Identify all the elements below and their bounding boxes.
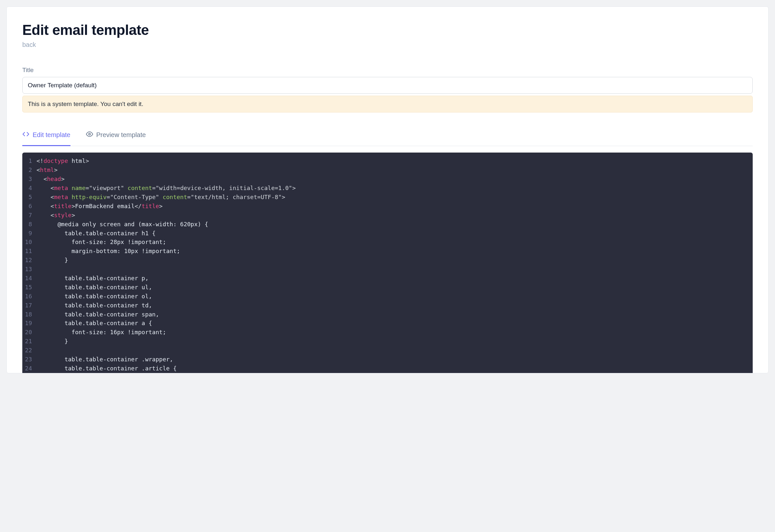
line-number: 13: [22, 265, 37, 274]
title-input[interactable]: [22, 77, 753, 94]
code-line: 1<!doctype html>: [22, 156, 753, 165]
code-line: 11 margin-bottom: 10px !important;: [22, 246, 753, 255]
code-line: 9 table.table-container h1 {: [22, 229, 753, 238]
line-number: 8: [22, 220, 37, 229]
code-line: 4 <meta name="viewport" content="width=d…: [22, 183, 753, 193]
code-line: 19 table.table-container a {: [22, 319, 753, 328]
code-content: table.table-container p,: [37, 274, 155, 283]
page-card: Edit email template back Title This is a…: [6, 6, 769, 373]
line-number: 22: [22, 346, 37, 355]
code-content: font-size: 16px !important;: [37, 328, 173, 337]
line-number: 4: [22, 183, 37, 193]
code-content: <html>: [37, 165, 64, 174]
code-line: 13: [22, 265, 753, 274]
code-line: 14 table.table-container p,: [22, 274, 753, 283]
line-number: 14: [22, 274, 37, 283]
code-line: 10 font-size: 28px !important;: [22, 237, 753, 246]
code-editor[interactable]: 1<!doctype html>2<html>3 <head>4 <meta n…: [22, 152, 753, 373]
code-line: 2<html>: [22, 165, 753, 174]
code-content: <head>: [37, 174, 71, 183]
line-number: 23: [22, 355, 37, 364]
line-number: 5: [22, 193, 37, 202]
code-content: table.table-container ul,: [37, 283, 159, 292]
page-title: Edit email template: [22, 22, 753, 38]
code-content: <meta http-equiv="Content-Type" content=…: [37, 193, 292, 202]
code-line: 23 table.table-container .wrapper,: [22, 355, 753, 364]
code-content: margin-bottom: 10px !important;: [37, 246, 186, 255]
line-number: 11: [22, 246, 37, 255]
code-line: 6 <title>FormBackend email</title>: [22, 202, 753, 211]
line-number: 9: [22, 229, 37, 238]
code-content: <style>: [37, 211, 81, 220]
line-number: 2: [22, 165, 37, 174]
code-content: table.table-container ol,: [37, 292, 159, 301]
code-line: 20 font-size: 16px !important;: [22, 328, 753, 337]
code-content: <!doctype html>: [37, 156, 96, 165]
code-content: table.table-container td,: [37, 301, 159, 310]
code-content: <title>FormBackend email</title>: [37, 202, 169, 211]
code-content: }: [37, 337, 75, 346]
template-tabs: Edit template Preview template: [22, 130, 753, 146]
code-content: table.table-container a {: [37, 319, 159, 328]
line-number: 10: [22, 237, 37, 246]
tab-preview-template[interactable]: Preview template: [86, 130, 146, 146]
line-number: 3: [22, 174, 37, 183]
back-link[interactable]: back: [22, 41, 36, 48]
code-line: 7 <style>: [22, 211, 753, 220]
code-line: 3 <head>: [22, 174, 753, 183]
code-content: @media only screen and (max-width: 620px…: [37, 220, 215, 229]
code-line: 24 table.table-container .article {: [22, 364, 753, 373]
line-number: 21: [22, 337, 37, 346]
code-icon: [22, 130, 29, 139]
system-template-notice: This is a system template. You can't edi…: [22, 96, 753, 112]
code-content: table.table-container .article {: [37, 364, 183, 373]
line-number: 12: [22, 255, 37, 265]
line-number: 16: [22, 292, 37, 301]
line-number: 19: [22, 319, 37, 328]
title-label: Title: [22, 67, 753, 74]
line-number: 17: [22, 301, 37, 310]
title-field-group: Title This is a system template. You can…: [22, 67, 753, 112]
code-content: font-size: 28px !important;: [37, 237, 173, 246]
code-line: 16 table.table-container ol,: [22, 292, 753, 301]
code-line: 5 <meta http-equiv="Content-Type" conten…: [22, 193, 753, 202]
svg-point-0: [89, 133, 90, 135]
code-line: 8 @media only screen and (max-width: 620…: [22, 220, 753, 229]
line-number: 1: [22, 156, 37, 165]
code-content: table.table-container h1 {: [37, 229, 162, 238]
line-number: 20: [22, 328, 37, 337]
code-content: [37, 346, 43, 355]
code-content: table.table-container span,: [37, 310, 165, 319]
tab-label: Edit template: [33, 131, 70, 139]
line-number: 18: [22, 310, 37, 319]
eye-icon: [86, 130, 93, 139]
code-line: 17 table.table-container td,: [22, 301, 753, 310]
code-line: 21 }: [22, 337, 753, 346]
code-content: }: [37, 255, 75, 265]
code-line: 22: [22, 346, 753, 355]
tab-edit-template[interactable]: Edit template: [22, 130, 70, 146]
code-line: 15 table.table-container ul,: [22, 283, 753, 292]
code-line: 12 }: [22, 255, 753, 265]
code-content: table.table-container .wrapper,: [37, 355, 180, 364]
tab-label: Preview template: [96, 131, 146, 139]
line-number: 6: [22, 202, 37, 211]
code-line: 18 table.table-container span,: [22, 310, 753, 319]
line-number: 7: [22, 211, 37, 220]
line-number: 15: [22, 283, 37, 292]
code-content: [37, 265, 43, 274]
line-number: 24: [22, 364, 37, 373]
code-content: <meta name="viewport" content="width=dev…: [37, 183, 302, 193]
